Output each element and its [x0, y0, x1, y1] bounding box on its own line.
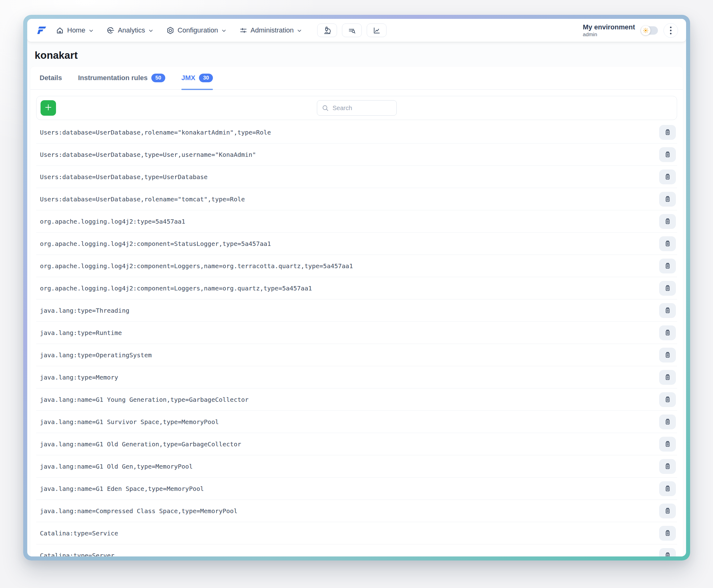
trash-icon [664, 240, 672, 248]
mbean-name: org.apache.logging.log4j2:component=Stat… [40, 240, 271, 248]
app-window-frame: Home Analytics Configuration [23, 15, 690, 561]
delete-mbean-button[interactable] [659, 192, 676, 207]
mbean-name: java.lang:name=G1 Young Generation,type=… [40, 396, 248, 403]
delete-mbean-button[interactable] [659, 303, 676, 318]
jmx-panel: Users:database=UserDatabase,rolename="ko… [30, 90, 683, 556]
tab-label: JMX [181, 74, 195, 82]
tab-details[interactable]: Details [40, 66, 62, 89]
search-input[interactable] [333, 105, 392, 112]
delete-mbean-button[interactable] [659, 169, 676, 184]
tab-jmx[interactable]: JMX 30 [181, 66, 213, 89]
delete-mbean-button[interactable] [659, 125, 676, 140]
jmx-row: org.apache.logging.log4j2:component=Stat… [36, 233, 677, 255]
jmx-row: java.lang:name=G1 Eden Space,type=Memory… [36, 478, 677, 500]
trash-icon [664, 440, 672, 448]
nav-item-administration[interactable]: Administration [239, 26, 302, 35]
microscope-icon [323, 26, 331, 35]
chevron-down-icon [88, 28, 94, 34]
trash-icon [664, 462, 672, 470]
delete-mbean-button[interactable] [659, 504, 676, 519]
mbean-name: java.lang:type=Runtime [40, 329, 122, 337]
nav-item-configuration[interactable]: Configuration [166, 26, 227, 35]
jmx-row: java.lang:name=G1 Young Generation,type=… [36, 388, 677, 411]
nav-item-label: Home [67, 26, 85, 34]
delete-mbean-button[interactable] [659, 258, 676, 273]
jmx-row: java.lang:type=OperatingSystem [36, 344, 677, 366]
metrics-button[interactable] [367, 23, 387, 37]
search-box [317, 100, 397, 116]
nav-item-label: Configuration [178, 26, 218, 34]
delete-mbean-button[interactable] [659, 437, 676, 451]
mbean-name: java.lang:name=G1 Eden Space,type=Memory… [40, 485, 204, 492]
mbean-name: java.lang:type=OperatingSystem [40, 351, 151, 359]
delete-mbean-button[interactable] [659, 481, 676, 496]
theme-toggle-knob [641, 26, 651, 35]
mbean-name: Users:database=UserDatabase,rolename="ko… [40, 129, 271, 136]
delete-mbean-button[interactable] [659, 348, 676, 362]
trash-icon [664, 351, 672, 359]
profiler-button[interactable] [317, 23, 337, 37]
kebab-icon [670, 27, 672, 28]
delete-mbean-button[interactable] [659, 459, 676, 474]
environment-role: admin [583, 31, 635, 38]
metrics-chart-icon [372, 26, 381, 35]
tab-bar: Details Instrumentation rules 50 JMX 30 [30, 66, 683, 90]
jmx-row: java.lang:type=Threading [36, 299, 677, 322]
brand-logo-icon [35, 24, 48, 37]
trash-icon [664, 418, 672, 426]
tab-label: Details [40, 74, 62, 82]
nav-item-analytics[interactable]: Analytics [106, 26, 154, 35]
theme-toggle[interactable] [640, 26, 658, 35]
delete-mbean-button[interactable] [659, 236, 676, 251]
delete-mbean-button[interactable] [659, 526, 676, 541]
mbean-name: org.apache.logging.log4j2:type=5a457aa1 [40, 218, 185, 225]
analytics-icon [106, 26, 115, 35]
jmx-row: java.lang:name=G1 Survivor Space,type=Me… [36, 411, 677, 433]
administration-icon [239, 26, 248, 35]
delete-mbean-button[interactable] [659, 392, 676, 407]
delete-mbean-button[interactable] [659, 281, 676, 296]
log-search-button[interactable] [342, 23, 362, 37]
mbean-name: Users:database=UserDatabase,rolename="to… [40, 195, 245, 203]
trash-icon [664, 173, 672, 181]
trash-icon [664, 551, 672, 556]
delete-mbean-button[interactable] [659, 214, 676, 229]
jmx-row: java.lang:type=Memory [36, 366, 677, 388]
tab-count-badge: 30 [199, 74, 213, 82]
nav-item-label: Analytics [118, 26, 145, 34]
delete-mbean-button[interactable] [659, 370, 676, 385]
trash-icon [664, 529, 672, 537]
tab-instrumentation-rules[interactable]: Instrumentation rules 50 [78, 66, 165, 89]
delete-mbean-button[interactable] [659, 548, 676, 557]
add-jmx-button[interactable] [41, 100, 56, 116]
mbean-name: java.lang:name=Compressed Class Space,ty… [40, 507, 237, 515]
mbean-name: Users:database=UserDatabase,type=UserDat… [40, 173, 208, 181]
trash-icon [664, 507, 672, 515]
jmx-row: Catalina:type=Service [36, 522, 677, 544]
nav-item-home[interactable]: Home [56, 26, 94, 35]
trash-icon [664, 128, 672, 136]
mbean-name: java.lang:name=G1 Old Gen,type=MemoryPoo… [40, 463, 193, 470]
jmx-row: java.lang:type=Runtime [36, 322, 677, 344]
trash-icon [664, 373, 672, 381]
delete-mbean-button[interactable] [659, 326, 676, 340]
configuration-icon [166, 26, 175, 35]
jmx-row: org.apache.logging.log4j2:component=Logg… [36, 255, 677, 277]
mbean-name: org.apache.logging.log4j2:component=Logg… [40, 285, 312, 292]
chevron-down-icon [148, 28, 154, 34]
nav-item-label: Administration [251, 26, 294, 34]
jmx-row: Users:database=UserDatabase,rolename="to… [36, 188, 677, 210]
delete-mbean-button[interactable] [659, 415, 676, 429]
more-menu-button[interactable] [664, 23, 678, 38]
chevron-down-icon [221, 28, 227, 34]
jmx-row: Catalina:type=Server [36, 544, 677, 556]
trash-icon [664, 217, 672, 225]
delete-mbean-button[interactable] [659, 147, 676, 162]
mbean-name: org.apache.logging.log4j2:component=Logg… [40, 262, 353, 270]
trash-icon [664, 195, 672, 203]
mbean-name: Catalina:type=Server [40, 552, 115, 557]
tab-count-badge: 50 [151, 74, 165, 82]
jmx-row: org.apache.logging.log4j2:component=Logg… [36, 277, 677, 299]
sun-icon [643, 27, 649, 34]
tab-label: Instrumentation rules [78, 74, 148, 82]
